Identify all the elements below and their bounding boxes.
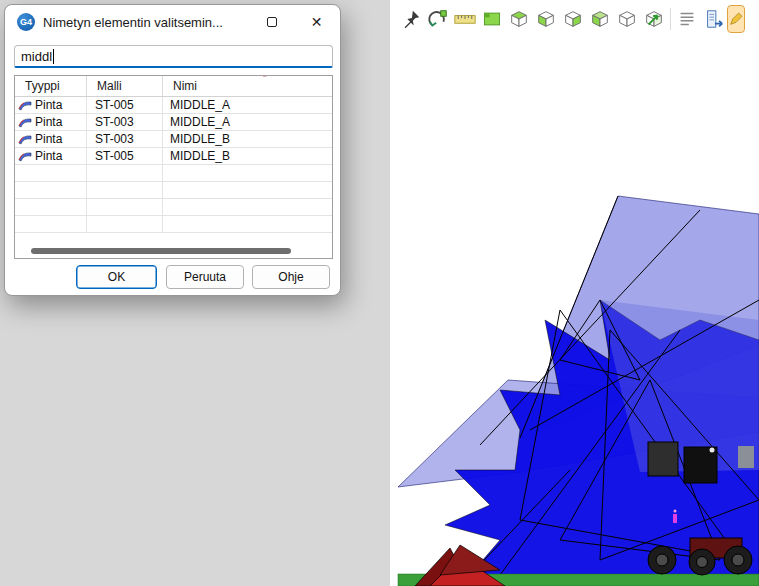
table-row[interactable]: Pinta ST-005 MIDDLE_B	[15, 148, 332, 165]
close-icon: ✕	[311, 14, 323, 30]
maximize-button[interactable]	[249, 6, 294, 38]
cancel-button[interactable]: Peruuta	[166, 265, 244, 289]
work-area-icon[interactable]	[479, 6, 505, 32]
table-header: Tyyppi Malli Nimi ˆ	[15, 76, 332, 97]
view-cube-top-icon[interactable]	[506, 6, 532, 32]
pushpin-icon[interactable]	[398, 6, 424, 32]
filter-input[interactable]: middl	[14, 45, 333, 68]
table-row[interactable]: Pinta ST-005 MIDDLE_A	[15, 97, 332, 114]
view-cube-outline-icon[interactable]	[614, 6, 640, 32]
dialog-titlebar[interactable]: G4 Nimetyn elementin valitsemin... ✕	[5, 5, 340, 39]
table-row[interactable]: Pinta ST-003 MIDDLE_A	[15, 114, 332, 131]
model-viewport[interactable]	[390, 0, 759, 586]
column-header-nimi[interactable]: Nimi ˆ	[163, 76, 332, 96]
cell-tyyppi: Pinta	[35, 98, 62, 112]
table-row[interactable]: Pinta ST-003 MIDDLE_B	[15, 131, 332, 148]
view-cube-right-icon[interactable]	[560, 6, 586, 32]
dialog-title: Nimetyn elementin valitsemin...	[43, 15, 223, 30]
view-cube-back-icon[interactable]	[587, 6, 613, 32]
report-icon[interactable]	[701, 6, 727, 32]
named-element-dialog: G4 Nimetyn elementin valitsemin... ✕ mid…	[4, 4, 341, 296]
maximize-icon	[267, 17, 277, 27]
list-icon[interactable]	[674, 6, 700, 32]
cell-tyyppi: Pinta	[35, 115, 62, 129]
walk-through-icon[interactable]	[641, 6, 667, 32]
ok-button[interactable]: OK	[76, 265, 157, 289]
column-header-malli[interactable]: Malli	[87, 76, 163, 96]
view-toolbar	[390, 0, 759, 38]
results-table: Tyyppi Malli Nimi ˆ Pinta ST-005 MIDDLE_…	[14, 75, 333, 259]
flip-view-icon[interactable]	[425, 6, 451, 32]
cell-malli: ST-003	[87, 131, 163, 148]
view-cube-front-icon[interactable]	[533, 6, 559, 32]
toolbar-separator	[670, 8, 671, 30]
model-marker-magenta	[673, 510, 677, 524]
cell-nimi: MIDDLE_B	[163, 148, 332, 165]
app-badge-icon: G4	[17, 13, 35, 31]
edit-partial-icon[interactable]	[728, 6, 744, 32]
cell-malli: ST-003	[87, 114, 163, 131]
cell-nimi: MIDDLE_A	[163, 97, 332, 114]
column-header-nimi-label: Nimi	[173, 79, 197, 93]
dialog-buttons: OK Peruuta Ohje	[5, 265, 340, 289]
help-button[interactable]: Ohje	[252, 265, 330, 289]
ruler-icon[interactable]	[452, 6, 478, 32]
surface-icon	[18, 99, 32, 111]
text-cursor	[53, 49, 54, 64]
table-row-empty	[15, 165, 332, 182]
surface-icon	[18, 150, 32, 162]
cell-tyyppi: Pinta	[35, 132, 62, 146]
cell-nimi: MIDDLE_B	[163, 131, 332, 148]
horizontal-scrollbar[interactable]	[31, 248, 291, 254]
table-row-empty	[15, 199, 332, 216]
window-controls: ✕	[249, 6, 339, 38]
surface-icon	[18, 133, 32, 145]
cell-tyyppi: Pinta	[35, 149, 62, 163]
cell-malli: ST-005	[87, 148, 163, 165]
table-row-empty	[15, 182, 332, 199]
table-row-empty	[15, 216, 332, 233]
surface-icon	[18, 116, 32, 128]
close-button[interactable]: ✕	[294, 6, 339, 38]
filter-input-value: middl	[21, 49, 52, 64]
cell-malli: ST-005	[87, 97, 163, 114]
column-header-tyyppi[interactable]: Tyyppi	[15, 76, 87, 96]
sort-indicator-icon: ˆ	[263, 75, 267, 86]
cell-nimi: MIDDLE_A	[163, 114, 332, 131]
model-3d	[390, 0, 759, 586]
